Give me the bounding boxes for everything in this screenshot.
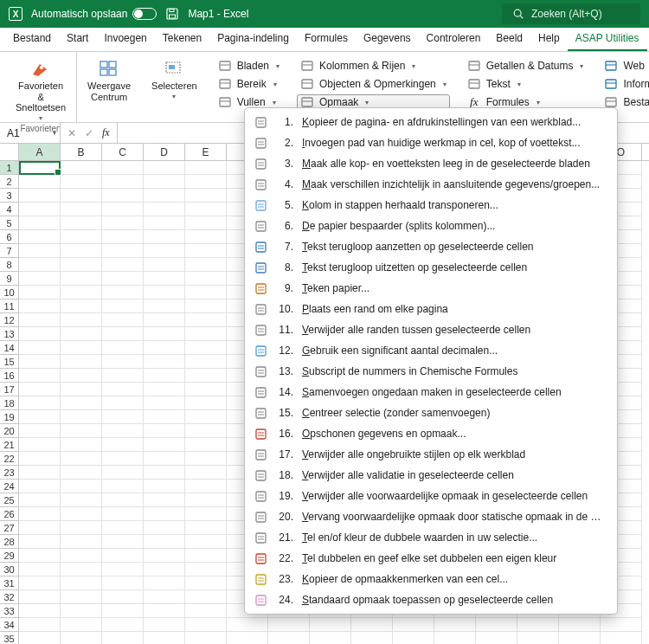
menu-item-19[interactable]: 19.Verwijder alle voorwaardelijke opmaak… xyxy=(245,486,617,506)
cell[interactable] xyxy=(185,272,227,286)
cell[interactable] xyxy=(144,313,185,327)
cell[interactable] xyxy=(434,632,476,644)
cmd-tekst[interactable]: Tekst▾ xyxy=(464,76,588,92)
cell[interactable] xyxy=(61,313,102,327)
cmd-objecten-opmerkingen[interactable]: Objecten & Opmerkingen▾ xyxy=(297,76,450,92)
cell[interactable] xyxy=(185,258,227,272)
row-header[interactable]: 25 xyxy=(0,493,19,507)
search-box[interactable]: Zoeken (Alt+Q) xyxy=(502,3,640,24)
cell[interactable] xyxy=(102,466,144,480)
row-header[interactable]: 2 xyxy=(0,175,19,189)
cell[interactable] xyxy=(19,258,61,272)
cell[interactable] xyxy=(144,424,185,438)
cell[interactable] xyxy=(476,632,517,644)
cancel-icon[interactable]: ✕ xyxy=(67,127,76,139)
cell[interactable] xyxy=(185,563,227,576)
cell[interactable] xyxy=(185,286,227,299)
cell[interactable] xyxy=(185,313,227,327)
cell[interactable] xyxy=(144,355,185,369)
cmd-kolommen-rijen[interactable]: Kolommen & Rijen▾ xyxy=(297,58,450,74)
name-box[interactable]: A1 ▾ xyxy=(0,123,61,143)
cell[interactable] xyxy=(61,203,102,216)
cell[interactable] xyxy=(185,438,227,452)
cell[interactable] xyxy=(185,383,227,396)
menu-item-6[interactable]: 6.De papier bespaarder (splits kolommen)… xyxy=(245,216,617,236)
cell[interactable] xyxy=(102,535,144,549)
menu-item-16[interactable]: 16.Opschonen gegevens en opmaak... xyxy=(245,423,617,444)
cell[interactable] xyxy=(185,618,227,632)
cell[interactable] xyxy=(185,161,227,175)
cell[interactable] xyxy=(19,521,61,535)
select-all-corner[interactable] xyxy=(0,144,19,160)
menu-item-10[interactable]: 10.Plaats een rand om elke pagina xyxy=(245,299,617,319)
cell[interactable] xyxy=(144,299,185,313)
menu-item-14[interactable]: 14.Samenvoegen ongedaan maken in geselec… xyxy=(245,382,617,402)
cell[interactable] xyxy=(102,424,144,438)
cell[interactable] xyxy=(19,480,61,493)
cell[interactable] xyxy=(102,452,144,466)
cell[interactable] xyxy=(185,299,227,313)
menu-item-9[interactable]: 9.Teken papier... xyxy=(245,278,617,299)
fx-icon[interactable]: fx xyxy=(102,126,110,139)
row-header[interactable]: 26 xyxy=(0,507,19,521)
cell[interactable] xyxy=(102,632,144,644)
cell[interactable] xyxy=(185,203,227,216)
row-header[interactable]: 32 xyxy=(0,590,19,604)
cell[interactable] xyxy=(102,161,144,175)
menu-item-3[interactable]: 3.Maak alle kop- en voetteksten leeg in … xyxy=(245,153,617,174)
row-header[interactable]: 30 xyxy=(0,563,19,576)
cell[interactable] xyxy=(185,493,227,507)
cell[interactable] xyxy=(61,216,102,230)
cell[interactable] xyxy=(61,493,102,507)
cell[interactable] xyxy=(19,604,61,618)
cell[interactable] xyxy=(61,369,102,383)
cell[interactable] xyxy=(61,258,102,272)
cell[interactable] xyxy=(310,632,351,644)
row-header[interactable]: 3 xyxy=(0,189,19,203)
row-header[interactable]: 4 xyxy=(0,203,19,216)
menu-item-24[interactable]: 24.Standaard opmaak toepassen op geselec… xyxy=(245,589,617,610)
cell[interactable] xyxy=(144,369,185,383)
menu-item-18[interactable]: 18.Verwijder alle validatie in geselecte… xyxy=(245,465,617,486)
cell[interactable] xyxy=(102,327,144,341)
tab-bestand[interactable]: Bestand xyxy=(5,28,59,51)
cmd-web[interactable]: Web▾ xyxy=(601,58,649,74)
cell[interactable] xyxy=(19,230,61,244)
cell[interactable] xyxy=(185,576,227,590)
row-header[interactable]: 31 xyxy=(0,576,19,590)
cell[interactable] xyxy=(601,618,642,632)
cell[interactable] xyxy=(185,632,227,644)
cell[interactable] xyxy=(102,480,144,493)
cell[interactable] xyxy=(19,341,61,355)
row-header[interactable]: 24 xyxy=(0,480,19,493)
cell[interactable] xyxy=(102,590,144,604)
row-header[interactable]: 18 xyxy=(0,396,19,410)
weergave-button[interactable]: Weergave Centrum xyxy=(84,55,134,104)
cell[interactable] xyxy=(393,618,434,632)
cell[interactable] xyxy=(19,507,61,521)
cell[interactable] xyxy=(144,521,185,535)
menu-item-21[interactable]: 21.Tel en/of kleur de dubbele waarden in… xyxy=(245,527,617,548)
cell[interactable] xyxy=(144,493,185,507)
row-header[interactable]: 1 xyxy=(0,161,19,175)
cell[interactable] xyxy=(185,175,227,189)
row-header[interactable]: 17 xyxy=(0,383,19,396)
cell[interactable] xyxy=(102,438,144,452)
cell[interactable] xyxy=(144,396,185,410)
cell[interactable] xyxy=(185,410,227,424)
cell[interactable] xyxy=(393,632,434,644)
row-header[interactable]: 7 xyxy=(0,244,19,258)
cell[interactable] xyxy=(144,327,185,341)
cell[interactable] xyxy=(102,216,144,230)
row-header[interactable]: 19 xyxy=(0,410,19,424)
cell[interactable] xyxy=(144,438,185,452)
tab-asap-utilities[interactable]: ASAP Utilities xyxy=(568,28,647,51)
row-header[interactable]: 34 xyxy=(0,618,19,632)
cell[interactable] xyxy=(185,507,227,521)
cell[interactable] xyxy=(185,604,227,618)
menu-item-5[interactable]: 5.Kolom in stappen herhaald transponeren… xyxy=(245,195,617,216)
cell[interactable] xyxy=(61,383,102,396)
autosave-toggle[interactable]: Automatisch opslaan xyxy=(31,8,157,20)
cell[interactable] xyxy=(102,230,144,244)
row-header[interactable]: 20 xyxy=(0,424,19,438)
